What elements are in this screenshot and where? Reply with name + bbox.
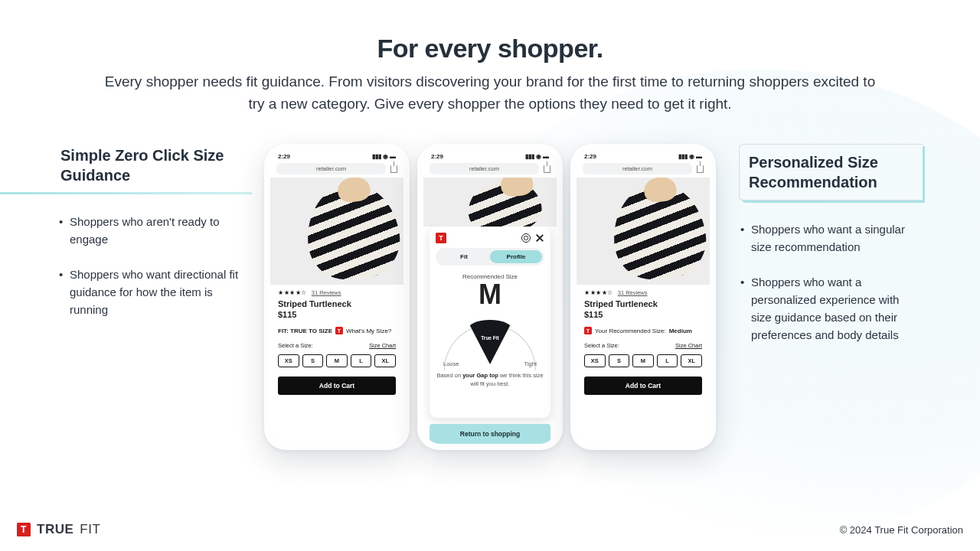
- size-option-xl[interactable]: XL: [681, 354, 702, 367]
- status-icons: ▮▮▮ ◉ ▬: [678, 153, 702, 160]
- gauge-needle-label: True Fit: [481, 335, 498, 341]
- status-bar: 2:29 ▮▮▮ ◉ ▬: [423, 150, 557, 161]
- size-option-m[interactable]: M: [326, 354, 348, 367]
- profile-icon[interactable]: [521, 233, 531, 243]
- page-title: For every shopper.: [0, 34, 980, 64]
- size-option-s[interactable]: S: [609, 354, 630, 367]
- hero-heading: For every shopper. Every shopper needs f…: [0, 0, 980, 115]
- phone-mockups: 2:29 ▮▮▮ ◉ ▬ retailer.com ★★★★☆ 31 Revie…: [264, 144, 716, 450]
- fit-line: FIT: TRUE TO SIZE T What's My Size?: [278, 327, 396, 334]
- size-options: XS S M L XL: [278, 354, 396, 367]
- close-icon[interactable]: [535, 233, 544, 243]
- size-option-xs[interactable]: XS: [278, 354, 299, 367]
- panel-bullets-left: Shoppers who aren't ready to engage Shop…: [57, 213, 247, 318]
- signal-icon: ▮▮▮: [525, 153, 534, 160]
- list-item: Shoppers who aren't ready to engage: [57, 213, 247, 249]
- size-chart-link[interactable]: Size Chart: [675, 342, 702, 349]
- footer: T TRUE FIT © 2024 True Fit Corporation: [17, 522, 963, 537]
- wifi-icon: ◉: [536, 153, 541, 160]
- url-bar: retailer.com: [430, 163, 550, 174]
- tab-fit[interactable]: Fit: [438, 250, 490, 263]
- sweater-illustration: [466, 178, 544, 227]
- tab-profile[interactable]: Profile: [490, 250, 542, 263]
- return-to-shopping-button[interactable]: Return to shopping: [430, 424, 550, 444]
- panel-title-left: Simple Zero Click Size Guidance: [57, 144, 247, 193]
- share-icon[interactable]: [697, 165, 704, 173]
- size-option-l[interactable]: L: [351, 354, 372, 367]
- status-icons: ▮▮▮ ◉ ▬: [525, 153, 549, 160]
- status-time: 2:29: [278, 153, 290, 160]
- share-icon[interactable]: [390, 165, 397, 173]
- signal-icon: ▮▮▮: [372, 153, 381, 160]
- size-chart-link[interactable]: Size Chart: [369, 342, 396, 349]
- recommended-size-value: M: [436, 279, 544, 311]
- url-field[interactable]: retailer.com: [276, 163, 386, 174]
- phone-mockup-1: 2:29 ▮▮▮ ◉ ▬ retailer.com ★★★★☆ 31 Revie…: [264, 144, 410, 450]
- product-body: ★★★★☆ 31 Reviews Striped Turtleneck $115…: [270, 285, 403, 444]
- size-option-xl[interactable]: XL: [374, 354, 396, 367]
- url-field[interactable]: retailer.com: [430, 163, 539, 174]
- size-option-s[interactable]: S: [302, 354, 324, 367]
- share-icon[interactable]: [544, 165, 550, 173]
- size-option-l[interactable]: L: [657, 354, 678, 367]
- panel-bullets-right: Shoppers who want a singular size recomm…: [739, 220, 923, 344]
- stars-icon: ★★★★☆: [584, 289, 613, 296]
- size-bar: Select a Size: Size Chart: [584, 342, 702, 349]
- reviews-link[interactable]: 31 Reviews: [312, 289, 341, 296]
- product-title: Striped Turtleneck: [278, 299, 396, 308]
- size-option-xs[interactable]: XS: [584, 354, 606, 367]
- status-time: 2:29: [584, 153, 596, 160]
- whats-my-size-link[interactable]: What's My Size?: [346, 328, 391, 334]
- size-option-m[interactable]: M: [632, 354, 654, 367]
- rating-row: ★★★★☆ 31 Reviews: [278, 289, 396, 296]
- segmented-control[interactable]: Fit Profile: [436, 248, 544, 266]
- brand-fit: FIT: [80, 522, 100, 537]
- add-to-cart-button[interactable]: Add to Cart: [278, 377, 396, 395]
- add-to-cart-button[interactable]: Add to Cart: [584, 377, 702, 395]
- gauge-labels: Loose Tight: [443, 360, 537, 367]
- stars-icon: ★★★★☆: [278, 289, 307, 296]
- select-size-label: Select a Size:: [584, 342, 619, 349]
- battery-icon: ▬: [543, 153, 549, 160]
- rec-prefix: Your Recommended Size:: [595, 328, 666, 334]
- list-item: Shoppers who want a singular size recomm…: [739, 220, 923, 256]
- phone-screen: 2:29 ▮▮▮ ◉ ▬ retailer.com ★★★★☆ 31 Revie…: [577, 150, 710, 444]
- product-price: $115: [278, 310, 396, 319]
- signal-icon: ▮▮▮: [678, 153, 688, 160]
- product-image: [423, 178, 557, 227]
- sweater-illustration: [302, 179, 403, 283]
- fit-gauge: True Fit Loose Tight: [436, 312, 544, 367]
- sweater-illustration: [609, 179, 710, 283]
- gauge-loose-label: Loose: [443, 360, 459, 367]
- size-options: XS S M L XL: [584, 354, 702, 367]
- status-bar: 2:29 ▮▮▮ ◉ ▬: [270, 150, 403, 161]
- fit-label: FIT: TRUE TO SIZE: [278, 328, 332, 334]
- panel-zero-click: Simple Zero Click Size Guidance Shoppers…: [53, 144, 252, 335]
- content-row: Simple Zero Click Size Guidance Shoppers…: [0, 144, 980, 450]
- copyright: © 2024 True Fit Corporation: [840, 524, 963, 536]
- rating-row: ★★★★☆ 31 Reviews: [584, 289, 702, 296]
- based-on-text: Based on your Gap top we think this size…: [436, 372, 544, 388]
- url-field[interactable]: retailer.com: [583, 163, 692, 174]
- list-item: Shoppers who want a personalized experie…: [739, 273, 923, 344]
- status-bar: 2:29 ▮▮▮ ◉ ▬: [577, 150, 710, 161]
- phone-mockup-2: 2:29 ▮▮▮ ◉ ▬ retailer.com T: [417, 144, 563, 450]
- battery-icon: ▬: [696, 153, 702, 160]
- brand-true: TRUE: [37, 522, 74, 537]
- recommended-size-line: T Your Recommended Size: Medium: [584, 327, 702, 334]
- gauge-needle: [467, 320, 513, 364]
- status-time: 2:29: [431, 153, 443, 160]
- truefit-badge-icon: T: [584, 327, 592, 334]
- phone-screen: 2:29 ▮▮▮ ◉ ▬ retailer.com T: [423, 150, 557, 444]
- product-title: Striped Turtleneck: [584, 299, 702, 308]
- fit-modal: T Fit Profile Recommended Size M: [430, 227, 550, 418]
- reviews-link[interactable]: 31 Reviews: [618, 289, 648, 296]
- truefit-badge-icon: T: [17, 523, 31, 536]
- url-bar: retailer.com: [583, 163, 704, 174]
- modal-top-row: T: [436, 233, 544, 243]
- page-subtitle: Every shopper needs fit guidance. From v…: [103, 71, 877, 115]
- panel-personalized: Personalized Size Recommendation Shopper…: [728, 144, 927, 361]
- select-size-label: Select a Size:: [278, 342, 313, 349]
- gauge-tight-label: Tight: [524, 360, 537, 367]
- wifi-icon: ◉: [383, 153, 388, 160]
